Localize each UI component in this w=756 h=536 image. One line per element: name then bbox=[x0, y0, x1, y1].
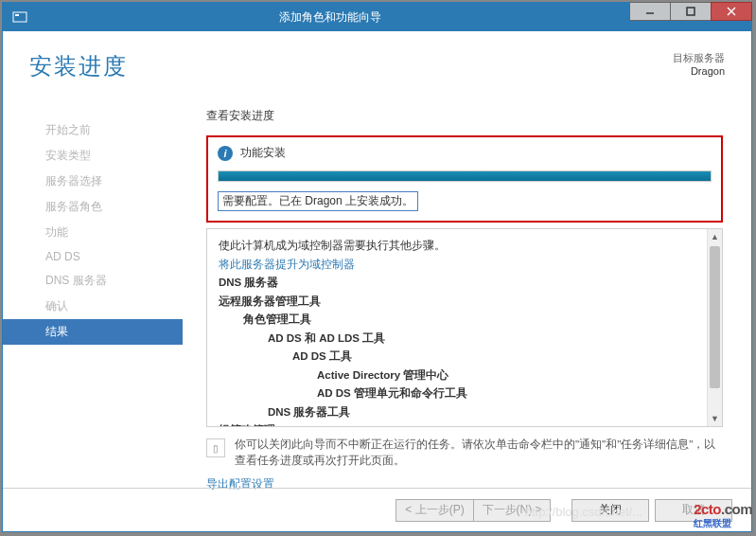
tree-adds-lds: AD DS 和 AD LDS 工具 bbox=[268, 332, 385, 344]
hint-row: ▯ 你可以关闭此向导而不中断正在运行的任务。请依次单击命令栏中的"通知"和"任务… bbox=[206, 437, 723, 470]
sidebar: 开始之前 安装类型 服务器选择 服务器角色 功能 AD DS DNS 服务器 确… bbox=[3, 108, 183, 484]
flag-icon: ▯ bbox=[206, 438, 225, 457]
progress-fill bbox=[219, 171, 711, 181]
tree-dns-tools: DNS 服务器工具 bbox=[268, 406, 350, 418]
scroll-up-icon[interactable]: ▲ bbox=[708, 229, 722, 244]
details-box: 使此计算机成为域控制器需要执行其他步骤。 将此服务器提升为域控制器 DNS 服务… bbox=[206, 228, 723, 427]
svg-rect-3 bbox=[687, 8, 694, 15]
content: 查看安装进度 i 功能安装 需要配置。已在 Dragon 上安装成功。 使此计算… bbox=[183, 108, 751, 484]
tree-dns: DNS 服务器 bbox=[219, 277, 278, 288]
maximize-button[interactable] bbox=[670, 2, 712, 21]
scroll-thumb[interactable] bbox=[710, 246, 720, 388]
sidebar-item-server-select: 服务器选择 bbox=[3, 169, 183, 194]
tree-adac: Active Directory 管理中心 bbox=[317, 369, 448, 381]
svg-rect-1 bbox=[15, 14, 19, 16]
sidebar-item-confirm: 确认 bbox=[3, 294, 183, 319]
app-icon bbox=[9, 6, 31, 28]
prev-button[interactable]: < 上一步(P) bbox=[396, 499, 473, 522]
watermark: 2cto.com 红黑联盟 bbox=[694, 501, 752, 530]
window-title: 添加角色和功能向导 bbox=[31, 9, 629, 26]
install-heading-row: i 功能安装 bbox=[218, 145, 712, 161]
tree-adds-tools: AD DS 工具 bbox=[292, 350, 352, 362]
watermark-main: 2cto bbox=[694, 501, 721, 517]
details-scrollbar[interactable]: ▲ ▼ bbox=[707, 229, 722, 426]
tree-rsat: 远程服务器管理工具 bbox=[219, 295, 321, 307]
titlebar: 添加角色和功能向导 bbox=[3, 3, 751, 31]
watermark-url: http://blog.csdn.net/... bbox=[525, 505, 642, 519]
tree-snapins: AD DS 管理单元和命令行工具 bbox=[317, 387, 467, 399]
page-title: 安装进度 bbox=[29, 51, 128, 81]
progress-bar bbox=[218, 170, 712, 182]
section-label: 查看安装进度 bbox=[206, 108, 723, 124]
window-controls bbox=[629, 3, 751, 31]
destination-box: 目标服务器 Dragon bbox=[673, 51, 725, 77]
body: 安装进度 目标服务器 Dragon 开始之前 安装类型 服务器选择 服务器角色 … bbox=[3, 32, 751, 531]
header: 安装进度 目标服务器 Dragon bbox=[3, 32, 751, 91]
status-text: 需要配置。已在 Dragon 上安装成功。 bbox=[218, 191, 418, 211]
sidebar-item-server-roles: 服务器角色 bbox=[3, 194, 183, 220]
sidebar-item-results[interactable]: 结果 bbox=[3, 319, 183, 345]
destination-label: 目标服务器 bbox=[673, 51, 725, 65]
scroll-down-icon[interactable]: ▼ bbox=[708, 411, 722, 426]
sidebar-item-type: 安装类型 bbox=[3, 143, 183, 169]
destination-name: Dragon bbox=[673, 65, 725, 77]
sidebar-item-before: 开始之前 bbox=[3, 117, 183, 143]
info-icon: i bbox=[218, 146, 233, 161]
minimize-button[interactable] bbox=[629, 2, 671, 21]
sidebar-item-features: 功能 bbox=[3, 220, 183, 245]
watermark-sub: 红黑联盟 bbox=[694, 517, 752, 530]
sidebar-item-adds: AD DS bbox=[3, 245, 183, 268]
main: 开始之前 安装类型 服务器选择 服务器角色 功能 AD DS DNS 服务器 确… bbox=[3, 108, 751, 484]
svg-rect-0 bbox=[13, 12, 26, 22]
details-intro: 使此计算机成为域控制器需要执行其他步骤。 bbox=[219, 237, 711, 256]
tree-gpmc: 组策略管理 bbox=[219, 424, 275, 427]
wizard-window: 添加角色和功能向导 安装进度 目标服务器 Dragon 开始之前 安装类型 服务… bbox=[2, 2, 752, 532]
close-button[interactable] bbox=[711, 2, 752, 21]
highlight-box: i 功能安装 需要配置。已在 Dragon 上安装成功。 bbox=[206, 135, 723, 223]
install-heading: 功能安装 bbox=[240, 145, 286, 161]
hint-text: 你可以关闭此向导而不中断正在运行的任务。请依次单击命令栏中的"通知"和"任务详细… bbox=[235, 437, 723, 470]
promote-dc-link[interactable]: 将此服务器提升为域控制器 bbox=[219, 256, 711, 275]
tree-role-tools: 角色管理工具 bbox=[243, 313, 311, 325]
sidebar-item-dns: DNS 服务器 bbox=[3, 268, 183, 294]
